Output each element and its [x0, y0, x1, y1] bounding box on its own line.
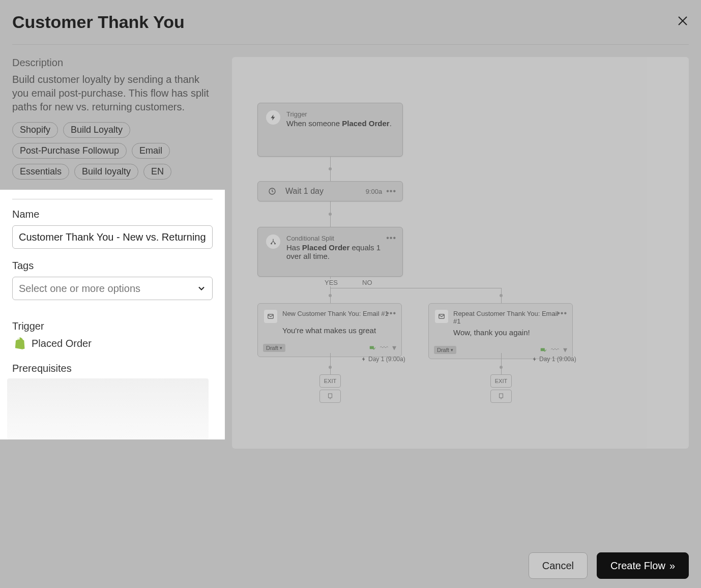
tag-pill[interactable]: Essentials: [12, 164, 69, 180]
bolt-icon: [532, 357, 537, 362]
flow-canvas[interactable]: Trigger When someone Placed Order.: [232, 57, 689, 449]
svg-rect-11: [500, 394, 503, 398]
branch-no-label: NO: [360, 279, 374, 286]
svg-point-4: [275, 243, 276, 244]
tags-select-placeholder: Select one or more options: [12, 277, 213, 300]
tag-pill[interactable]: Build loyalty: [74, 164, 138, 180]
create-flow-label: Create Flow: [610, 560, 665, 572]
flow-trigger-text: When someone Placed Order.: [286, 119, 392, 128]
tags-label: Tags: [12, 260, 213, 272]
email-icon: [264, 310, 277, 323]
flow-map-right[interactable]: [490, 390, 512, 403]
flow-trigger-label: Trigger: [286, 110, 392, 118]
flow-timing-right: Day 1 (9:00a): [532, 356, 576, 363]
flow-wait-time: 9:00a: [366, 188, 383, 195]
clock-icon: [265, 184, 279, 198]
connector: [501, 353, 502, 374]
flow-split-node[interactable]: Conditional Split Has Placed Order equal…: [257, 227, 403, 277]
connector-dot: [329, 294, 332, 297]
tag-list: Shopify Build Loyalty Post-Purchase Foll…: [12, 122, 216, 180]
check-envelope-icon: [540, 346, 547, 354]
modal-header: Customer Thank You: [12, 12, 689, 45]
form-panel: Name Tags Select one or more options Tri…: [0, 190, 225, 439]
connector-dot: [329, 366, 332, 369]
flow-timing-left: Day 1 (9:00a): [361, 356, 405, 363]
card-footer-icons: 〰 ▾: [540, 345, 567, 355]
pin-icon: [327, 393, 333, 399]
more-icon[interactable]: •••: [386, 187, 396, 196]
branch-yes-label: YES: [323, 279, 340, 286]
email-icon: [435, 310, 448, 323]
svg-point-3: [271, 243, 272, 244]
tag-pill[interactable]: Build Loyalty: [63, 122, 130, 138]
flow-email-card-left[interactable]: New Customer Thank You: Email #1 ••• You…: [257, 303, 402, 357]
connector-dot: [329, 167, 332, 170]
tags-select[interactable]: Select one or more options: [12, 277, 213, 300]
modal-body: Description Build customer loyalty by se…: [12, 57, 689, 449]
prerequisites-heading: Prerequisites: [12, 363, 213, 374]
prerequisites-placeholder: [7, 378, 209, 439]
name-input[interactable]: [12, 225, 213, 249]
description-text: Build customer loyalty by sending a than…: [12, 73, 216, 114]
shopify-icon: [12, 336, 26, 350]
status-badge[interactable]: Draft: [263, 344, 285, 352]
left-panel: Description Build customer loyalty by se…: [12, 57, 216, 449]
tag-pill[interactable]: Shopify: [12, 122, 58, 138]
more-icon[interactable]: •••: [557, 309, 567, 318]
tag-pill[interactable]: Email: [132, 143, 170, 159]
flow-split-text: Has Placed Order equals 1 over all time.: [286, 243, 394, 260]
name-label: Name: [12, 209, 213, 220]
svg-rect-9: [329, 394, 332, 398]
flow-email-subject: Wow, thank you again!: [429, 328, 572, 342]
flow-map-left[interactable]: [319, 390, 341, 403]
chart-icon: 〰: [380, 343, 388, 352]
more-icon[interactable]: •••: [386, 309, 396, 318]
connector: [330, 353, 331, 374]
trigger-row: Placed Order: [12, 336, 213, 350]
modal-container: Customer Thank You Description Build cus…: [0, 0, 701, 588]
card-footer-icons: 〰 ▾: [369, 343, 396, 352]
trigger-value: Placed Order: [32, 338, 92, 349]
bolt-icon: [361, 357, 366, 362]
page-title: Customer Thank You: [12, 12, 185, 32]
chart-icon: 〰: [551, 345, 559, 355]
connector: [330, 288, 501, 288]
connector-dot: [329, 213, 332, 216]
tag-pill[interactable]: Post-Purchase Followup: [12, 143, 127, 159]
description-heading: Description: [12, 57, 216, 69]
flow-exit-right[interactable]: EXIT: [490, 374, 512, 388]
cancel-button[interactable]: Cancel: [529, 552, 588, 579]
flow-split-label: Conditional Split: [286, 234, 394, 242]
close-icon: [677, 15, 689, 27]
connector-dot: [500, 294, 503, 297]
pin-icon: [498, 393, 504, 399]
flow-email-card-right[interactable]: Repeat Customer Thank You: Email #1 ••• …: [428, 303, 573, 359]
flow-wait-node[interactable]: Wait 1 day 9:00a •••: [257, 181, 403, 201]
footer-bar: Cancel Create Flow »: [529, 552, 689, 579]
more-icon[interactable]: •••: [386, 233, 396, 243]
filter-icon: ▾: [392, 343, 396, 352]
arrow-right-icon: »: [669, 560, 675, 572]
status-badge[interactable]: Draft: [434, 346, 456, 354]
create-flow-button[interactable]: Create Flow »: [597, 552, 689, 579]
check-envelope-icon: [369, 344, 376, 351]
bolt-icon: [266, 110, 280, 125]
split-icon: [266, 234, 280, 249]
connector-dot: [500, 366, 503, 369]
trigger-heading: Trigger: [12, 320, 213, 332]
flow-email-title: New Customer Thank You: Email #1: [282, 310, 389, 323]
flow-wait-text: Wait 1 day: [285, 187, 324, 196]
flow-exit-left[interactable]: EXIT: [319, 374, 341, 388]
flow-email-title: Repeat Customer Thank You: Email #1: [453, 310, 566, 325]
flow-trigger-node[interactable]: Trigger When someone Placed Order.: [257, 103, 403, 157]
tag-pill[interactable]: EN: [143, 164, 171, 180]
flow-preview: Trigger When someone Placed Order.: [232, 57, 689, 449]
close-button[interactable]: [677, 14, 689, 31]
flow-email-subject: You're what makes us great: [258, 326, 401, 340]
filter-icon: ▾: [563, 345, 567, 355]
